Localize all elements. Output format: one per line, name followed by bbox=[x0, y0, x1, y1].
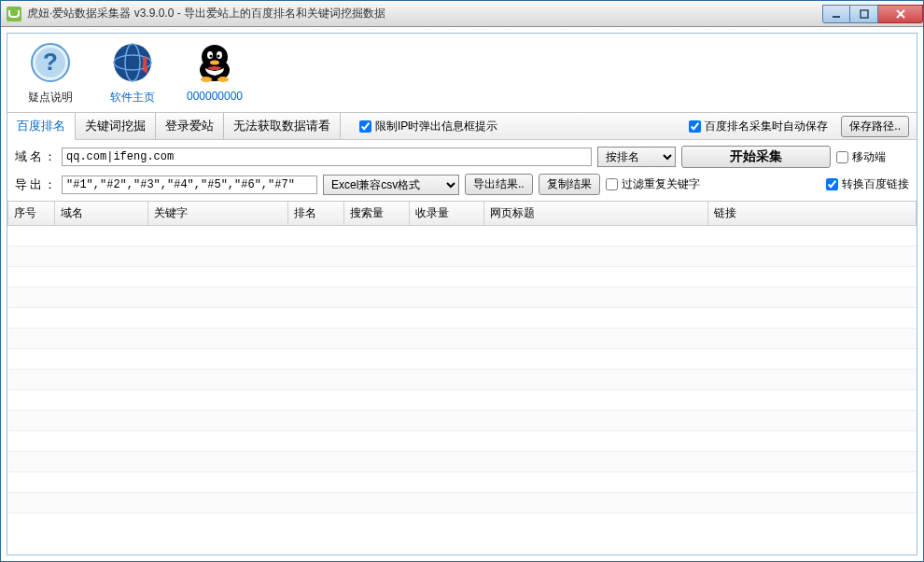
table-row[interactable] bbox=[8, 411, 917, 431]
toolbar: ? 疑点说明 软件主页 bbox=[7, 34, 917, 112]
svg-point-20 bbox=[217, 77, 229, 82]
table-row[interactable] bbox=[8, 452, 917, 472]
domain-row: 域名： 按排名 开始采集 移动端 bbox=[15, 146, 909, 168]
filter-dup-checkbox[interactable]: 过滤重复关键字 bbox=[606, 176, 700, 192]
qq-icon bbox=[191, 39, 238, 86]
auto-save-input[interactable] bbox=[689, 120, 701, 133]
table-row[interactable] bbox=[8, 288, 917, 308]
table-row[interactable] bbox=[8, 329, 917, 349]
copy-result-button[interactable]: 复制结果 bbox=[539, 174, 600, 195]
window-title: 虎妞·爱站数据采集器 v3.9.0.0 - 导出爱站上的百度排名和关键词挖掘数据 bbox=[27, 6, 822, 21]
svg-point-17 bbox=[210, 61, 219, 65]
mobile-checkbox[interactable]: 移动端 bbox=[836, 149, 886, 165]
col-search[interactable]: 搜索量 bbox=[344, 202, 410, 226]
mobile-label: 移动端 bbox=[852, 149, 886, 165]
table-row[interactable] bbox=[8, 226, 917, 246]
svg-text:?: ? bbox=[43, 48, 58, 76]
col-title[interactable]: 网页标题 bbox=[484, 202, 708, 226]
format-select[interactable]: Excel兼容csv格式 bbox=[323, 175, 459, 195]
svg-rect-1 bbox=[861, 10, 868, 18]
table-row[interactable] bbox=[8, 267, 917, 288]
auto-save-label: 百度排名采集时自动保存 bbox=[705, 119, 828, 134]
col-domain[interactable]: 域名 bbox=[55, 202, 148, 226]
tab-login[interactable]: 登录爱站 bbox=[156, 113, 224, 139]
help-button[interactable]: ? 疑点说明 bbox=[22, 39, 78, 105]
svg-point-15 bbox=[210, 55, 213, 58]
close-button[interactable] bbox=[878, 5, 923, 23]
domain-label: 域名： bbox=[15, 148, 56, 165]
table-row[interactable] bbox=[8, 370, 917, 390]
tab-baidu-rank[interactable]: 百度排名 bbox=[7, 113, 76, 140]
col-rank[interactable]: 排名 bbox=[288, 202, 344, 226]
maximize-button[interactable] bbox=[850, 5, 878, 23]
export-row: 导出： Excel兼容csv格式 导出结果.. 复制结果 过滤重复关键字 转换百… bbox=[15, 174, 909, 195]
table-row[interactable] bbox=[8, 390, 917, 411]
data-grid-wrap[interactable]: 序号 域名 关键字 排名 搜索量 收录量 网页标题 链接 bbox=[7, 202, 917, 555]
export-result-button[interactable]: 导出结果.. bbox=[465, 174, 533, 195]
data-grid: 序号 域名 关键字 排名 搜索量 收录量 网页标题 链接 bbox=[7, 202, 917, 513]
content-area: ? 疑点说明 软件主页 bbox=[1, 27, 923, 561]
table-header-row: 序号 域名 关键字 排名 搜索量 收录量 网页标题 链接 bbox=[8, 202, 917, 226]
globe-icon bbox=[109, 39, 156, 86]
svg-point-16 bbox=[217, 55, 220, 58]
limit-ip-input[interactable] bbox=[359, 120, 371, 133]
tab-bar: 百度排名 关键词挖掘 登录爱站 无法获取数据请看 限制IP时弹出信息框提示 百度… bbox=[7, 112, 917, 140]
convert-link-label: 转换百度链接 bbox=[842, 176, 909, 192]
table-row[interactable] bbox=[8, 472, 917, 493]
inner-panel: ? 疑点说明 软件主页 bbox=[7, 33, 917, 555]
svg-point-18 bbox=[208, 66, 221, 70]
col-indexed[interactable]: 收录量 bbox=[410, 202, 484, 226]
export-label: 导出： bbox=[15, 176, 56, 193]
app-window: 虎妞·爱站数据采集器 v3.9.0.0 - 导出爱站上的百度排名和关键词挖掘数据 bbox=[0, 0, 924, 562]
form-area: 域名： 按排名 开始采集 移动端 导出： Excel兼容csv格式 bbox=[7, 140, 917, 202]
table-row[interactable] bbox=[8, 493, 917, 513]
home-label: 软件主页 bbox=[110, 90, 155, 105]
svg-point-19 bbox=[201, 77, 212, 82]
home-button[interactable]: 软件主页 bbox=[105, 39, 161, 105]
mobile-input[interactable] bbox=[836, 151, 848, 163]
convert-link-input[interactable] bbox=[826, 178, 838, 190]
tab-cannot-fetch[interactable]: 无法获取数据请看 bbox=[224, 113, 341, 139]
auto-save-checkbox[interactable]: 百度排名采集时自动保存 bbox=[689, 119, 828, 134]
qq-button[interactable]: 000000000 bbox=[187, 39, 243, 103]
help-label: 疑点说明 bbox=[28, 90, 73, 105]
table-row[interactable] bbox=[8, 246, 917, 267]
titlebar[interactable]: 虎妞·爱站数据采集器 v3.9.0.0 - 导出爱站上的百度排名和关键词挖掘数据 bbox=[1, 1, 923, 27]
col-seq[interactable]: 序号 bbox=[8, 202, 55, 226]
help-icon: ? bbox=[27, 39, 74, 86]
table-row[interactable] bbox=[8, 349, 917, 370]
minimize-button[interactable] bbox=[822, 5, 850, 23]
filter-dup-label: 过滤重复关键字 bbox=[622, 176, 700, 192]
limit-ip-label: 限制IP时弹出信息框提示 bbox=[375, 119, 497, 134]
domain-input[interactable] bbox=[62, 148, 592, 166]
export-template-input[interactable] bbox=[62, 176, 317, 194]
convert-link-checkbox[interactable]: 转换百度链接 bbox=[826, 176, 909, 192]
qq-label: 000000000 bbox=[187, 90, 243, 103]
sort-select[interactable]: 按排名 bbox=[597, 147, 676, 167]
table-row[interactable] bbox=[8, 431, 917, 452]
save-path-button[interactable]: 保存路径.. bbox=[841, 116, 909, 137]
app-icon bbox=[7, 7, 21, 21]
filter-dup-input[interactable] bbox=[606, 178, 618, 190]
tab-keyword-mining[interactable]: 关键词挖掘 bbox=[76, 113, 156, 139]
table-row[interactable] bbox=[8, 308, 917, 329]
window-buttons bbox=[822, 5, 923, 23]
limit-ip-checkbox[interactable]: 限制IP时弹出信息框提示 bbox=[359, 119, 497, 134]
col-keyword[interactable]: 关键字 bbox=[148, 202, 288, 226]
start-collect-button[interactable]: 开始采集 bbox=[681, 146, 831, 168]
col-link[interactable]: 链接 bbox=[708, 202, 917, 226]
